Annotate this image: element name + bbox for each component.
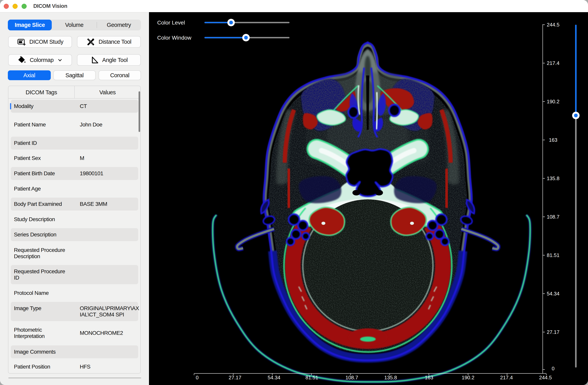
svg-text:244.5: 244.5: [539, 375, 552, 381]
svg-text:27.17: 27.17: [229, 375, 241, 381]
svg-text:Color Window: Color Window: [157, 35, 191, 41]
svg-text:108.7: 108.7: [547, 214, 559, 220]
svg-text:Color Level: Color Level: [157, 20, 185, 26]
svg-text:217.4: 217.4: [500, 375, 513, 381]
svg-text:54.34: 54.34: [547, 291, 559, 297]
svg-text:81.51: 81.51: [547, 252, 559, 258]
svg-text:135.8: 135.8: [384, 375, 397, 381]
svg-text:27.17: 27.17: [547, 329, 559, 335]
svg-text:0: 0: [552, 365, 554, 371]
svg-text:163: 163: [549, 137, 557, 143]
svg-text:190.2: 190.2: [462, 375, 474, 381]
svg-text:135.8: 135.8: [547, 175, 559, 181]
svg-text:0: 0: [196, 375, 199, 381]
svg-text:54.34: 54.34: [268, 375, 280, 381]
svg-text:244.5: 244.5: [547, 22, 559, 28]
svg-text:81.51: 81.51: [305, 375, 318, 381]
svg-text:163: 163: [425, 375, 433, 381]
svg-text:108.7: 108.7: [345, 375, 358, 381]
svg-text:217.4: 217.4: [547, 60, 559, 66]
svg-text:190.2: 190.2: [547, 99, 559, 105]
